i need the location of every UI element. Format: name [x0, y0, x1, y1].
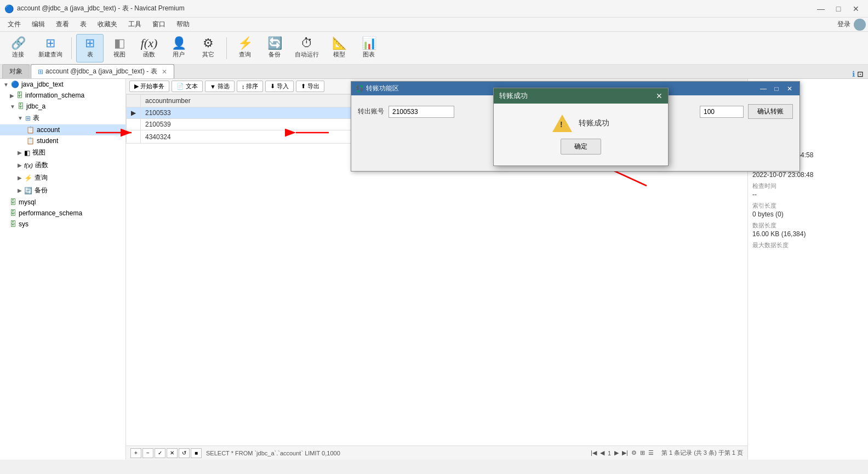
chart-button[interactable]: 📊 图表	[355, 34, 382, 62]
menu-edit[interactable]: 编辑	[26, 19, 50, 30]
add-row-button[interactable]: +	[130, 448, 141, 458]
sort-button[interactable]: ↕ 排序	[237, 81, 264, 92]
sidebar-item-queries-folder[interactable]: ▶ ⚡ 查询	[0, 172, 125, 184]
transfer-panel-minimize[interactable]: —	[758, 84, 769, 93]
grid-view-icon[interactable]: ⊞	[640, 449, 645, 456]
menu-tools[interactable]: 工具	[123, 19, 147, 30]
tab-expand-icon[interactable]: ⊡	[857, 70, 864, 78]
sidebar-item-java-jdbc-text[interactable]: ▼ 🔵 java_jdbc_text	[0, 79, 125, 90]
next-page-icon[interactable]: ▶	[614, 449, 619, 456]
function-button[interactable]: f(x) 函数	[135, 34, 163, 62]
connect-icon: 🔗	[11, 37, 26, 49]
expand-arrow-icon: ▼	[3, 82, 9, 88]
sidebar-item-performance-schema[interactable]: 🗄 performance_schema	[0, 208, 125, 219]
close-button[interactable]: ✕	[848, 3, 864, 14]
tab-icon: ⊞	[38, 68, 43, 76]
check-button[interactable]: ✓	[155, 448, 165, 458]
sidebar-item-tables-folder[interactable]: ▼ ⊞ 表	[0, 112, 125, 124]
sidebar-item-jdbc-a[interactable]: ▼ 🗄 jdbc_a	[0, 101, 125, 112]
other-icon: ⚙	[203, 37, 214, 49]
check-time-value: --	[752, 191, 864, 198]
success-confirm-button[interactable]: 确定	[561, 139, 601, 155]
refresh-button[interactable]: ↺	[179, 448, 190, 458]
other-button[interactable]: ⚙ 其它	[195, 34, 222, 62]
tab-close-icon[interactable]: ✕	[162, 68, 167, 76]
tab-data-label: account @jdbc_a (java_jdbc_text) - 表	[45, 67, 157, 76]
amount-input[interactable]	[700, 106, 744, 118]
success-icon-row: 转账成功	[552, 115, 609, 132]
auto-run-button[interactable]: ⏱ 自动运行	[290, 34, 323, 62]
transfer-panel-close[interactable]: ✕	[784, 84, 795, 93]
new-query-button[interactable]: ⊞ 新建查询	[34, 34, 67, 62]
prev-page-icon[interactable]: ◀	[600, 449, 604, 456]
collapse-arrow-icon: ▶	[10, 93, 14, 99]
sidebar-item-views-folder[interactable]: ▶ ◧ 视图	[0, 146, 125, 159]
sidebar-label-backups: 备份	[35, 186, 48, 195]
confirm-transfer-button[interactable]: 确认转账	[748, 104, 793, 119]
import-button[interactable]: ⬇ 导入	[265, 81, 294, 92]
last-page-icon[interactable]: ▶|	[622, 449, 628, 456]
menu-favorites[interactable]: 收藏夹	[92, 19, 123, 30]
sidebar-label-views: 视图	[32, 148, 45, 157]
x-button[interactable]: ✕	[167, 448, 178, 458]
expand-tables-icon: ▼	[18, 115, 23, 121]
transfer-panel-maximize[interactable]: □	[771, 84, 782, 93]
from-account-input[interactable]	[389, 106, 454, 118]
sidebar-item-account[interactable]: 📋 account	[0, 124, 125, 135]
sidebar-label-java-jdbc-text: java_jdbc_text	[21, 81, 64, 88]
success-dialog-title-text: 转账成功	[499, 91, 528, 101]
sidebar: ▼ 🔵 java_jdbc_text ▶ 🗄 information_schem…	[0, 79, 126, 460]
menu-table[interactable]: 表	[75, 19, 92, 30]
toolbar-separator-1	[71, 37, 72, 59]
sidebar-label-account: account	[37, 126, 60, 134]
start-transaction-button[interactable]: ▶ 开始事务	[129, 81, 169, 92]
view-button[interactable]: ◧ 视图	[106, 34, 133, 62]
success-dialog-close-button[interactable]: ✕	[656, 92, 663, 100]
sidebar-item-student[interactable]: 📋 student	[0, 135, 125, 146]
check-time-section: 检查时间 --	[752, 182, 864, 198]
index-length-value: 0 bytes (0)	[752, 210, 864, 218]
transfer-panel-icon: 💱	[356, 85, 364, 93]
sidebar-item-mysql[interactable]: 🗄 mysql	[0, 197, 125, 208]
first-page-icon[interactable]: |◀	[591, 449, 597, 456]
export-icon: ⬆	[301, 83, 306, 90]
delete-row-button[interactable]: −	[142, 448, 153, 458]
query-button[interactable]: ⚡ 查询	[231, 34, 259, 62]
login-button[interactable]: 登录	[837, 20, 850, 29]
sidebar-item-information-schema[interactable]: ▶ 🗄 information_schema	[0, 90, 125, 101]
toolbar: 🔗 连接 ⊞ 新建查询 ⊞ 表 ◧ 视图 f(x) 函数 👤 用户 ⚙ 其它 ⚡…	[0, 32, 868, 65]
sidebar-item-backups-folder[interactable]: ▶ 🔄 备份	[0, 184, 125, 197]
user-avatar[interactable]	[854, 19, 866, 31]
text-button[interactable]: 📄 文本	[172, 81, 203, 92]
table-icon: ⊞	[85, 37, 95, 49]
connect-button[interactable]: 🔗 连接	[4, 34, 32, 62]
tab-object[interactable]: 对象	[2, 64, 30, 78]
menu-file[interactable]: 文件	[2, 19, 26, 30]
filter-button[interactable]: ▼ 筛选	[205, 81, 235, 92]
backup-button[interactable]: 🔄 备份	[261, 34, 288, 62]
tab-bar: 对象 ⊞ account @jdbc_a (java_jdbc_text) - …	[0, 65, 868, 79]
menu-window[interactable]: 窗口	[147, 19, 171, 30]
model-button[interactable]: 📐 模型	[326, 34, 353, 62]
title-bar: 🔵 account @jdbc_a (java_jdbc_text) - 表 -…	[0, 0, 868, 18]
toolbar-separator-2	[226, 37, 227, 59]
menu-view[interactable]: 查看	[50, 19, 75, 30]
table-button[interactable]: ⊞ 表	[76, 34, 104, 62]
expand-queries-icon: ▶	[18, 175, 22, 181]
list-view-icon[interactable]: ☰	[648, 449, 654, 456]
table-folder-icon: ⊞	[25, 115, 31, 122]
menu-help[interactable]: 帮助	[171, 19, 195, 30]
tab-data[interactable]: ⊞ account @jdbc_a (java_jdbc_text) - 表 ✕	[31, 64, 174, 78]
stop-button[interactable]: ■	[191, 448, 202, 458]
page-number: 1	[608, 450, 611, 456]
sidebar-item-funcs-folder[interactable]: ▶ f(x) 函数	[0, 159, 125, 172]
row-empty-cell-2	[127, 119, 141, 130]
export-button[interactable]: ⬆ 导出	[296, 81, 324, 92]
start-transaction-icon: ▶	[134, 83, 139, 90]
sidebar-label-queries: 查询	[35, 173, 48, 182]
user-button[interactable]: 👤 用户	[165, 34, 192, 62]
minimize-button[interactable]: —	[813, 3, 829, 14]
settings-icon[interactable]: ⚙	[631, 449, 637, 456]
maximize-button[interactable]: □	[831, 3, 846, 14]
sidebar-item-sys[interactable]: 🗄 sys	[0, 219, 125, 230]
